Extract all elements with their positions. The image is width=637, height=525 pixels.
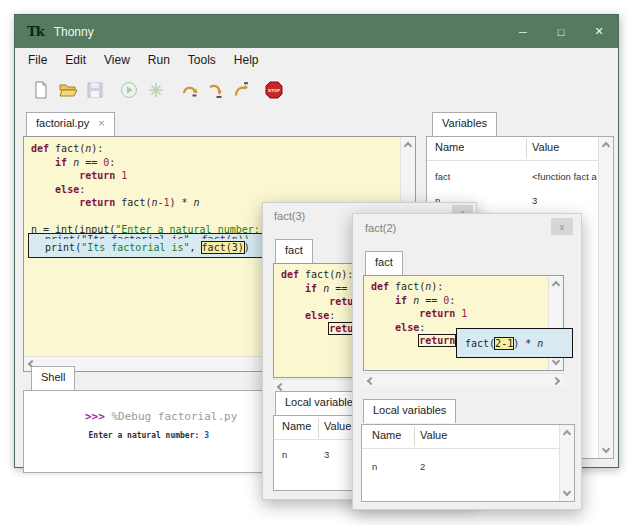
fact2-localvars-table: Name Value n 2 [361,424,575,502]
menu-file[interactable]: File [19,48,56,72]
menu-edit[interactable]: Edit [56,48,95,72]
step-out-icon [231,80,251,100]
menu-tools[interactable]: Tools [179,48,225,72]
fact2-var-value-n[interactable]: 2 [420,461,425,472]
svg-text:STOP: STOP [268,88,280,93]
run-play-icon [119,80,139,100]
tab-shell[interactable]: Shell [31,366,75,390]
open-file-button[interactable] [56,78,80,102]
fact3-tab-label: fact [285,244,303,256]
column-name[interactable]: Name [435,141,464,153]
fact2-localvars-header: Name Value [362,425,574,449]
fact2-localvars-scrollbar[interactable] [559,425,574,501]
active-statement-box: print("Its factorial is", fact(n)) print… [28,233,280,258]
fact2-window-title: fact(2) [365,222,396,234]
maximize-button[interactable]: □ [542,15,580,48]
new-file-button[interactable] [29,78,53,102]
tab-variables[interactable]: Variables [432,112,497,136]
column-value[interactable]: Value [324,420,351,432]
tab-label: factorial.py [36,117,89,129]
scroll-left-icon[interactable] [367,377,375,385]
scroll-down-icon[interactable] [602,445,610,453]
open-folder-icon [58,80,78,100]
fact2-evaluated-expression: fact(2-1) * n [465,338,543,349]
fact2-tab-local-variables[interactable]: Local variables [363,399,456,423]
column-name[interactable]: Name [372,429,401,441]
scroll-up-icon[interactable] [552,281,560,289]
step-into-icon [206,80,226,100]
shell-tab-label: Shell [41,371,65,383]
variables-header: Name Value [427,137,613,161]
debug-script-button [144,78,168,102]
titlebar[interactable]: Tk Thonny ─ □ ✕ [15,15,618,48]
active-statement: print("Its factorial is", fact(3)) [33,239,275,257]
scroll-down-icon[interactable] [552,357,560,365]
fact2-close-button[interactable]: x [551,218,573,235]
menu-view[interactable]: View [95,48,139,72]
menu-help[interactable]: Help [225,48,268,72]
variables-scrollbar[interactable] [598,137,613,458]
var-name-fact[interactable]: fact [435,171,450,182]
scroll-up-icon[interactable] [602,142,610,150]
fact2-evaluated-expression-box: fact(2-1) * n [456,328,573,358]
menubar: File Edit View Run Tools Help [15,48,618,72]
shell-io-line: Enter a natural number: 3 [50,422,209,449]
var-value-n[interactable]: 3 [532,195,537,206]
save-file-button [83,78,107,102]
scroll-up-icon[interactable] [404,142,412,150]
fact3-window-title: fact(3) [274,210,305,222]
column-value[interactable]: Value [420,429,447,441]
step-over-button[interactable] [178,78,202,102]
debug-burst-icon [146,80,166,100]
fact2-tab-label: fact [375,256,393,268]
stop-sign-icon: STOP [264,80,284,100]
column-divider [414,427,415,447]
step-into-button[interactable] [204,78,228,102]
save-floppy-icon [85,80,105,100]
new-file-icon [31,80,51,100]
scroll-right-icon[interactable] [552,377,560,385]
window-title: Thonny [54,25,94,39]
column-divider [318,418,319,438]
column-divider [526,139,527,159]
close-button[interactable]: ✕ [580,15,618,48]
scroll-down-icon[interactable] [563,488,571,496]
stop-button[interactable]: STOP [262,78,286,102]
window-controls: ─ □ ✕ [504,15,618,48]
thonny-logo-icon: Tk [27,24,44,39]
shell-io-value: 3 [204,431,209,440]
step-over-icon [180,80,200,100]
column-value[interactable]: Value [532,141,559,153]
fact3-var-name-n[interactable]: n [282,449,287,460]
toolbar: STOP [15,72,618,108]
shell-io-text: Enter a natural number: [89,431,205,440]
fact3-tab-fact[interactable]: fact [275,239,313,263]
var-value-fact[interactable]: <function fact a [532,171,598,182]
run-script-button [117,78,141,102]
fact2-horizontal-scrollbar[interactable] [363,373,564,387]
fact2-var-name-n[interactable]: n [372,461,377,472]
desktop: Tk Thonny ─ □ ✕ File Edit View Run Tools… [0,0,637,525]
scroll-left-icon[interactable] [277,383,285,391]
minimize-button[interactable]: ─ [504,15,542,48]
variables-tab-label: Variables [442,117,487,129]
tab-close-icon[interactable]: × [98,117,104,129]
scroll-up-icon[interactable] [563,430,571,438]
column-name[interactable]: Name [282,420,311,432]
step-out-button[interactable] [229,78,253,102]
fact2-localvars-tab-label: Local variables [373,404,446,416]
fact2-window[interactable]: fact(2) x fact def fact(n): if n == 0: r… [352,213,582,510]
fact3-localvars-tab-label: Local variables [285,396,358,408]
tab-factorial-py[interactable]: factorial.py × [26,112,115,136]
fact2-tab-fact[interactable]: fact [365,251,403,275]
fact3-var-value-n[interactable]: 3 [324,449,329,460]
menu-run[interactable]: Run [139,48,179,72]
